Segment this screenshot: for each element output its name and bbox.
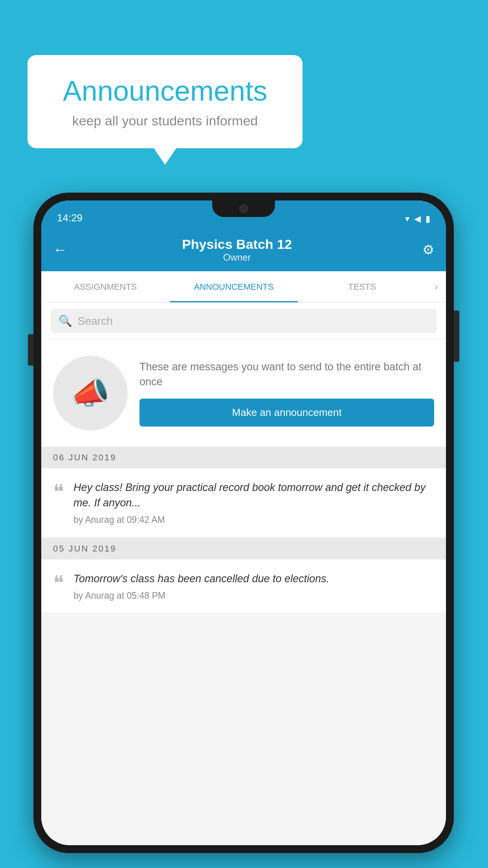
wifi-icon: ▾ bbox=[405, 214, 409, 224]
search-icon: 🔍 bbox=[59, 314, 72, 327]
search-bar-container: 🔍 Search bbox=[41, 303, 446, 339]
announcement-meta-2: by Anurag at 05:48 PM bbox=[73, 590, 434, 601]
promo-text-area: These are messages you want to send to t… bbox=[139, 360, 434, 427]
app-bar-subtitle: Owner bbox=[75, 252, 399, 263]
announcement-item-2[interactable]: ❝ Tomorrow's class has been cancelled du… bbox=[41, 559, 446, 613]
speech-bubble-subtitle: keep all your students informed bbox=[51, 113, 279, 129]
content-area: 🔍 Search 📣 These are messages you want t… bbox=[41, 303, 446, 845]
app-bar: ← Physics Batch 12 Owner ⚙ bbox=[41, 228, 446, 271]
tab-assignments[interactable]: ASSIGNMENTS bbox=[41, 271, 170, 302]
tab-more[interactable]: › bbox=[426, 271, 446, 302]
status-icons: ▾ ◀ ▮ bbox=[405, 214, 430, 224]
search-bar[interactable]: 🔍 Search bbox=[51, 309, 437, 333]
tab-announcements[interactable]: ANNOUNCEMENTS bbox=[170, 271, 298, 302]
promo-icon-circle: 📣 bbox=[53, 356, 128, 430]
phone-screen: 14:29 ▾ ◀ ▮ ← Physics Batch 12 Owner ⚙ bbox=[41, 200, 446, 845]
promo-description: These are messages you want to send to t… bbox=[139, 360, 434, 390]
announcement-item-1[interactable]: ❝ Hey class! Bring your practical record… bbox=[41, 468, 446, 537]
megaphone-icon: 📣 bbox=[71, 375, 110, 412]
status-time: 14:29 bbox=[57, 212, 83, 224]
promo-section: 📣 These are messages you want to send to… bbox=[41, 340, 446, 446]
signal-icon: ◀ bbox=[414, 214, 421, 224]
camera-dot bbox=[239, 204, 248, 213]
date-separator-1: 06 JUN 2019 bbox=[41, 447, 446, 468]
battery-icon: ▮ bbox=[426, 214, 430, 224]
speech-bubble-container: Announcements keep all your students inf… bbox=[28, 55, 303, 148]
phone-outer: 14:29 ▾ ◀ ▮ ← Physics Batch 12 Owner ⚙ bbox=[33, 193, 454, 853]
phone-notch bbox=[212, 200, 275, 217]
phone-container: 14:29 ▾ ◀ ▮ ← Physics Batch 12 Owner ⚙ bbox=[33, 193, 454, 853]
app-bar-title: Physics Batch 12 bbox=[75, 237, 399, 252]
app-bar-title-area: Physics Batch 12 Owner bbox=[75, 237, 399, 263]
make-announcement-button[interactable]: Make an announcement bbox=[139, 399, 434, 427]
quote-icon-2: ❝ bbox=[53, 573, 64, 593]
settings-icon[interactable]: ⚙ bbox=[422, 242, 434, 257]
back-button[interactable]: ← bbox=[53, 241, 67, 258]
announcement-content-2: Tomorrow's class has been cancelled due … bbox=[73, 571, 434, 601]
speech-bubble: Announcements keep all your students inf… bbox=[28, 55, 303, 148]
announcement-meta-1: by Anurag at 09:42 AM bbox=[73, 515, 434, 525]
tab-tests[interactable]: TESTS bbox=[298, 271, 426, 302]
tab-bar: ASSIGNMENTS ANNOUNCEMENTS TESTS › bbox=[41, 271, 446, 303]
announcement-text-1: Hey class! Bring your practical record b… bbox=[73, 480, 434, 511]
quote-icon-1: ❝ bbox=[53, 482, 64, 502]
announcement-text-2: Tomorrow's class has been cancelled due … bbox=[73, 571, 434, 587]
speech-bubble-title: Announcements bbox=[51, 75, 279, 107]
date-separator-2: 05 JUN 2019 bbox=[41, 538, 446, 559]
search-placeholder: Search bbox=[78, 315, 113, 327]
announcement-content-1: Hey class! Bring your practical record b… bbox=[73, 480, 434, 525]
